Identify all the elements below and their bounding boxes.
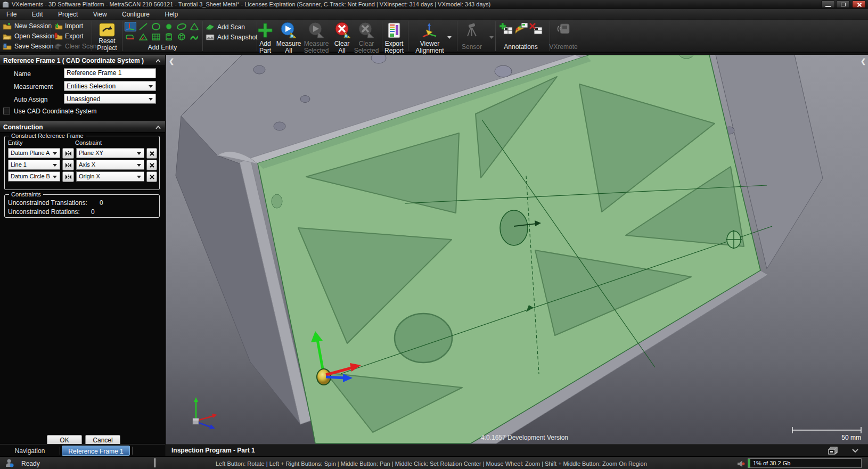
new-session-button[interactable]: New Session	[14, 22, 52, 30]
reset-project-icon	[99, 23, 116, 37]
coordinate-system-icon	[126, 23, 135, 30]
cascade-windows-icon[interactable]	[828, 447, 838, 455]
menu-view[interactable]: View	[87, 9, 113, 18]
clear-all-button-line2[interactable]: All	[329, 47, 355, 54]
export-report-button[interactable]: Export	[380, 40, 408, 47]
construction-section-header[interactable]: Construction	[0, 121, 165, 133]
surface-icon	[190, 33, 199, 40]
menu-help[interactable]: Help	[158, 9, 184, 18]
dropdown-arrow-icon	[149, 85, 153, 88]
memory-usage-gauge: 1% of 30.2 Gb	[748, 458, 862, 468]
tab-separator	[132, 447, 133, 455]
view-orientation-triad	[193, 397, 217, 429]
flip-direction-button-row1[interactable]	[62, 148, 74, 159]
entity-select-row2[interactable]: Line 1	[8, 160, 60, 170]
dropdown-arrow-icon	[53, 164, 57, 167]
memory-usage-text: 1% of 30.2 Gb	[753, 460, 790, 466]
new-session-icon	[3, 22, 12, 30]
3d-viewport[interactable]: ❮ ❮ 4.0.1657 Development Version 50 mm	[166, 55, 868, 444]
add-line-tool[interactable]	[137, 22, 149, 31]
viewer-alignment-icon	[421, 22, 438, 38]
collapse-right-panel-icon[interactable]: ❮	[861, 57, 866, 65]
add-circle-tool[interactable]	[150, 22, 162, 31]
open-session-button[interactable]: Open Session	[14, 32, 54, 40]
menu-project[interactable]: Project	[52, 9, 84, 18]
constraint-select-row3[interactable]: Origin X	[76, 171, 144, 182]
application-window: VXelements - 3D Software Platform - Metr…	[0, 0, 868, 469]
add-coordinate-system-tool[interactable]	[125, 22, 136, 31]
flip-icon	[65, 163, 72, 168]
export-report-button-line2[interactable]: Report	[380, 47, 408, 54]
remove-row-button-row2[interactable]	[146, 160, 157, 170]
clear-selected-button: Clear	[351, 40, 381, 47]
measurement-field-label: Measurement	[14, 83, 53, 90]
add-point-tool[interactable]	[163, 22, 175, 31]
menu-edit[interactable]: Edit	[26, 9, 50, 18]
add-surface-tool[interactable]	[189, 32, 200, 42]
remove-row-button-row1[interactable]	[146, 148, 157, 159]
entity-select-row1[interactable]: Datum Plane A	[8, 148, 60, 158]
group-legend: Constraints	[9, 191, 43, 198]
import-button[interactable]: Import	[65, 22, 83, 30]
auto-assign-select[interactable]: Unassigned	[64, 94, 156, 104]
clear-selected-button-line2: Selected	[351, 47, 381, 54]
remove-row-button-row3[interactable]	[146, 171, 157, 182]
measure-all-button[interactable]: Measure	[274, 40, 303, 47]
collapse-left-panel-icon[interactable]: ❮	[169, 57, 174, 65]
viewer-alignment-dropdown-icon[interactable]	[447, 36, 452, 39]
open-session-icon	[3, 32, 12, 40]
panel-header[interactable]: Reference Frame 1 ( CAD Coordinate Syste…	[0, 55, 165, 66]
flip-direction-button-row2[interactable]	[62, 160, 74, 170]
maximize-button[interactable]	[836, 1, 850, 8]
constraint-value: Axis X	[79, 161, 95, 168]
slot-icon	[126, 33, 135, 40]
add-cone-tool[interactable]	[189, 22, 200, 31]
add-plane-tool[interactable]	[150, 32, 162, 42]
reset-project-button-line2[interactable]: Project	[94, 44, 120, 52]
delete-annotation-icon	[529, 23, 543, 35]
auto-assign-select-value: Unassigned	[67, 95, 100, 103]
chevron-down-icon[interactable]	[852, 449, 858, 453]
measure-all-button-line2[interactable]: All	[274, 47, 303, 54]
close-button[interactable]	[852, 1, 866, 8]
export-report-icon	[387, 22, 401, 38]
menu-configure[interactable]: Configure	[116, 9, 156, 18]
add-ellipse-tool[interactable]	[176, 22, 187, 31]
clear-all-button[interactable]: Clear	[329, 40, 355, 47]
toolbar-separator	[51, 21, 51, 51]
unconstrained-translations-label: Unconstrained Translations:	[8, 199, 87, 207]
measurement-select[interactable]: Entities Selection	[64, 81, 156, 91]
use-cad-coordinate-label: Use CAD Coordinate System	[14, 108, 96, 115]
add-part-icon	[257, 22, 273, 38]
add-cylinder-tool[interactable]	[163, 32, 175, 42]
add-slot-tool[interactable]	[125, 32, 136, 42]
viewer-alignment-button-line2[interactable]: Alignment	[413, 47, 446, 54]
memory-status-icon	[737, 460, 745, 467]
constraint-select-row2[interactable]: Axis X	[76, 160, 144, 170]
constraint-select-row1[interactable]: Plane XY	[76, 148, 144, 158]
export-button[interactable]: Export	[65, 32, 84, 40]
viewer-alignment-button[interactable]: Viewer	[413, 40, 446, 47]
sensor-icon	[464, 22, 478, 37]
entity-select-row3[interactable]: Datum Circle B	[8, 171, 60, 182]
add-sphere-tool[interactable]	[176, 32, 187, 42]
reset-project-button[interactable]: Reset	[94, 37, 120, 45]
minimize-button[interactable]	[821, 1, 835, 8]
use-cad-coordinate-checkbox[interactable]	[3, 108, 10, 114]
collapse-chevron-icon[interactable]	[155, 126, 161, 129]
tab-navigation[interactable]: Navigation	[1, 446, 59, 456]
sensor-dropdown-icon	[489, 36, 494, 39]
tab-separator	[60, 447, 60, 455]
collapse-chevron-icon[interactable]	[155, 59, 161, 63]
save-session-button[interactable]: Save Session	[14, 43, 53, 50]
add-angle-tool[interactable]	[137, 32, 149, 42]
flip-direction-button-row3[interactable]	[62, 171, 74, 182]
measure-selected-button-line2: Selected	[301, 47, 331, 54]
add-scan-button[interactable]: Add Scan	[217, 23, 245, 31]
name-input[interactable]: Reference Frame 1	[64, 68, 156, 78]
flip-icon	[65, 175, 72, 179]
measure-selected-button: Measure	[301, 40, 331, 47]
tab-reference-frame-1[interactable]: Reference Frame 1	[62, 446, 130, 456]
menu-file[interactable]: File	[0, 9, 23, 18]
add-snapshot-button[interactable]: Add Snapshot	[217, 34, 257, 41]
